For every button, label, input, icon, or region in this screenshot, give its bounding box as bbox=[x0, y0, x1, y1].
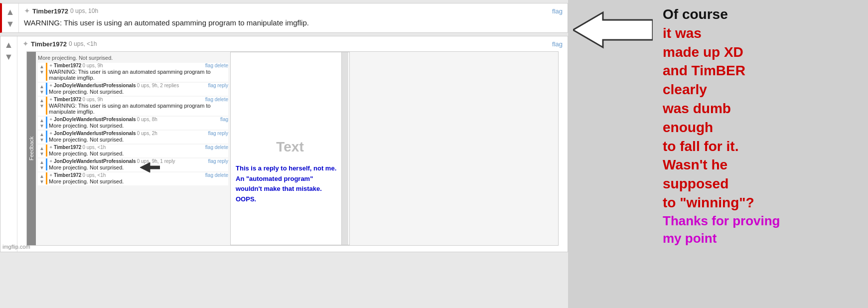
thread-vote-3: ▲ ▼ bbox=[38, 117, 46, 130]
t-icon-2: ✦ bbox=[49, 97, 53, 102]
t-actions-3[interactable]: flag bbox=[220, 117, 228, 122]
t-username-4[interactable]: JonDoyleWanderlustProfessionals bbox=[54, 131, 136, 136]
t-icon-4: ✦ bbox=[49, 131, 53, 136]
ann-line-13: my point bbox=[663, 230, 780, 247]
t-text-1: More projecting. Not surprised. bbox=[49, 89, 228, 95]
t-meta-0: 0 ups, 9h bbox=[82, 63, 103, 68]
comment-1: ▲ ▼ ✦ Timber1972 0 ups, 10h flag WARNING… bbox=[0, 3, 568, 33]
comment-2-header: ✦ Timber1972 0 ups, <1h flag bbox=[22, 39, 563, 48]
t-down-0[interactable]: ▼ bbox=[39, 69, 44, 75]
svg-marker-1 bbox=[573, 12, 653, 47]
thread-item-1: ✦ JonDoyleWanderlustProfessionals 0 ups,… bbox=[46, 83, 228, 95]
t-actions-2[interactable]: flag delete bbox=[205, 97, 228, 102]
thread-vote-7: ▲ ▼ bbox=[38, 172, 46, 185]
t-down-6[interactable]: ▼ bbox=[39, 165, 44, 170]
comment-1-header-left: ✦ Timber1972 0 ups, 10h bbox=[24, 6, 98, 15]
thread-area: More projecting. Not surprised. ▲ ▼ ✦ bbox=[36, 52, 230, 245]
annotation-text-area: Of course it was made up XD and TimBER c… bbox=[663, 5, 780, 247]
thread-vote-0: ▲ ▼ bbox=[38, 63, 46, 76]
upvote-1[interactable]: ▲ bbox=[5, 6, 16, 17]
ann-line-10: supposed bbox=[663, 174, 780, 193]
ann-line-5: clearly bbox=[663, 80, 780, 99]
meta-2: 0 ups, <1h bbox=[69, 40, 97, 47]
t-text-4: More projecting. Not surprised. bbox=[49, 137, 228, 143]
t-actions-6[interactable]: flag reply bbox=[208, 158, 228, 164]
t-meta-2: 0 ups, 9h bbox=[82, 97, 103, 102]
t-text-7: More projecting. Not surprised. bbox=[49, 178, 228, 184]
thread-item-2-header: ✦ Timber1972 0 ups, 9h flag delete bbox=[49, 97, 228, 102]
pointing-arrow bbox=[110, 160, 160, 177]
flag-2[interactable]: flag bbox=[552, 40, 563, 48]
t-actions-4[interactable]: flag reply bbox=[208, 131, 228, 136]
imgflip-label: imgflip.com bbox=[2, 244, 30, 250]
t-down-7[interactable]: ▼ bbox=[39, 179, 44, 184]
t-icon-6: ✦ bbox=[49, 158, 53, 164]
t-meta-1: 0 ups, 9h, 2 replies bbox=[137, 83, 179, 88]
comment-2-body: ✦ Timber1972 0 ups, <1h flag Feedback Mo… bbox=[17, 36, 568, 252]
ann-line-1: Of course bbox=[663, 5, 780, 24]
thread-vote-1: ▲ ▼ bbox=[38, 83, 46, 96]
ann-line-11: to "winning"? bbox=[663, 193, 780, 212]
thread-item-3-header: ✦ JonDoyleWanderlustProfessionals 0 ups,… bbox=[49, 117, 228, 122]
t-actions-0[interactable]: flag delete bbox=[205, 63, 228, 68]
t-icon-1: ✦ bbox=[49, 83, 53, 88]
t-actions-7[interactable]: flag delete bbox=[205, 172, 228, 178]
t-username-2[interactable]: Timber1972 bbox=[54, 97, 81, 102]
thread-item-4-header: ✦ JonDoyleWanderlustProfessionals 0 ups,… bbox=[49, 131, 228, 136]
t-down-4[interactable]: ▼ bbox=[39, 137, 44, 143]
t-meta-7: 0 ups, <1h bbox=[82, 172, 106, 178]
vote-col-2: ▲ ▼ bbox=[0, 36, 17, 252]
reply-text: This is a reply to herself, not me.An "a… bbox=[236, 164, 336, 203]
annotation-panel: Of course it was made up XD and TimBER c… bbox=[568, 0, 868, 308]
comment-1-header: ✦ Timber1972 0 ups, 10h flag bbox=[24, 6, 563, 15]
screenshot-container: Feedback More projecting. Not surprised.… bbox=[26, 51, 559, 246]
username-2[interactable]: Timber1972 bbox=[31, 40, 67, 48]
ann-line-2: it was bbox=[663, 24, 780, 43]
thread-item-4: ✦ JonDoyleWanderlustProfessionals 0 ups,… bbox=[46, 131, 228, 143]
t-username-7[interactable]: Timber1972 bbox=[54, 172, 81, 178]
flag-1[interactable]: flag bbox=[552, 7, 563, 15]
t-up-0[interactable]: ▲ bbox=[39, 64, 44, 69]
t-username-0[interactable]: Timber1972 bbox=[54, 63, 81, 68]
ann-line-12: Thanks for proving bbox=[663, 212, 780, 230]
t-actions-1[interactable]: flag reply bbox=[208, 83, 228, 88]
user-icon-1: ✦ bbox=[24, 6, 30, 15]
t-text-3: More projecting. Not surprised. bbox=[49, 123, 228, 129]
thread-vote-5: ▲ ▼ bbox=[38, 145, 46, 157]
feedback-tab[interactable]: Feedback bbox=[27, 52, 36, 245]
scrollbar[interactable] bbox=[341, 52, 348, 245]
downvote-2[interactable]: ▼ bbox=[3, 51, 14, 62]
t-down-1[interactable]: ▼ bbox=[39, 89, 44, 95]
t-up-5[interactable]: ▲ bbox=[39, 146, 44, 151]
thread-row-2: ▲ ▼ ✦ Timber1972 0 ups, 9h flag delete bbox=[38, 97, 228, 116]
t-down-3[interactable]: ▼ bbox=[39, 123, 44, 129]
t-username-1[interactable]: JonDoyleWanderlustProfessionals bbox=[54, 83, 136, 88]
thread-vote-6: ▲ ▼ bbox=[38, 158, 46, 171]
t-up-6[interactable]: ▲ bbox=[39, 159, 44, 165]
username-1[interactable]: Timber1972 bbox=[32, 7, 68, 15]
t-up-7[interactable]: ▲ bbox=[39, 173, 44, 179]
t-up-4[interactable]: ▲ bbox=[39, 132, 44, 137]
t-text-5: More projecting. Not surprised. bbox=[49, 151, 228, 156]
thread-row-0: ▲ ▼ ✦ Timber1972 0 ups, 9h flag delete bbox=[38, 63, 228, 82]
thread-vote-2: ▲ ▼ bbox=[38, 97, 46, 110]
main-panel: ▲ ▼ ✦ Timber1972 0 ups, 10h flag WARNING… bbox=[0, 0, 568, 308]
t-up-3[interactable]: ▲ bbox=[39, 118, 44, 123]
user-icon-2: ✦ bbox=[22, 39, 29, 48]
t-up-2[interactable]: ▲ bbox=[39, 98, 44, 103]
t-down-2[interactable]: ▼ bbox=[39, 103, 44, 109]
text-overlay-label: Text bbox=[276, 139, 304, 155]
t-text-0: WARNING: This user is using an automated… bbox=[49, 69, 228, 81]
upvote-2[interactable]: ▲ bbox=[3, 39, 14, 50]
t-up-1[interactable]: ▲ bbox=[39, 84, 44, 89]
thread-vote-4: ▲ ▼ bbox=[38, 131, 46, 144]
t-down-5[interactable]: ▼ bbox=[39, 151, 44, 156]
downvote-1[interactable]: ▼ bbox=[5, 18, 16, 29]
thread-row-3: ▲ ▼ ✦ JonDoyleWanderlustProfessionals 0 … bbox=[38, 117, 228, 130]
t-meta-5: 0 ups, <1h bbox=[82, 145, 106, 150]
comment-1-body: ✦ Timber1972 0 ups, 10h flag WARNING: Th… bbox=[19, 3, 568, 32]
t-actions-5[interactable]: flag delete bbox=[205, 145, 228, 150]
ann-line-4: and TimBER bbox=[663, 61, 780, 80]
t-username-3[interactable]: JonDoyleWanderlustProfessionals bbox=[54, 117, 136, 122]
t-username-5[interactable]: Timber1972 bbox=[54, 145, 81, 150]
